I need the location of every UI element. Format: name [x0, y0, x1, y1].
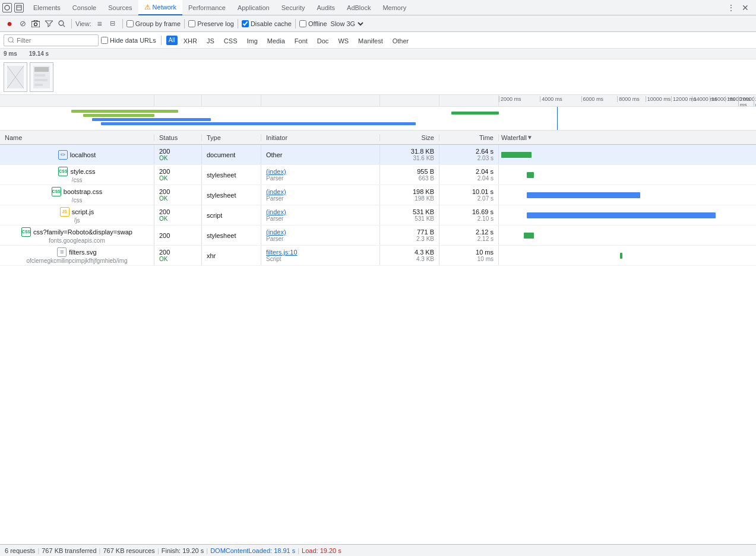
cell-name: <> localhost: [0, 145, 154, 164]
cell-type: document: [202, 145, 261, 164]
cell-waterfall: [499, 185, 756, 205]
tab-audits[interactable]: Audits: [311, 0, 341, 15]
table-row[interactable]: CSS css?family=Roboto&display=swap fonts…: [0, 225, 756, 246]
cell-time: 10 ms10 ms: [439, 246, 499, 265]
tab-network[interactable]: ⚠ Network: [138, 0, 182, 15]
waterfall-minimap: [0, 107, 756, 131]
offline-checkbox[interactable]: [299, 20, 306, 27]
record-button[interactable]: ●: [4, 18, 15, 30]
tab-elements[interactable]: Elements: [27, 0, 67, 15]
ruler-status-spacer: [154, 95, 202, 106]
preserve-log-checkbox[interactable]: [188, 20, 195, 27]
tab-application[interactable]: Application: [232, 0, 276, 15]
cell-type: stylesheet: [202, 225, 261, 245]
table-header: Name Status Type Initiator Size Time Wat…: [0, 131, 756, 145]
cell-time: 10.01 s2.07 s: [439, 185, 499, 205]
col-header-status[interactable]: Status: [154, 134, 202, 141]
minimap-dom-line: [557, 107, 558, 130]
filter-type-all[interactable]: All: [166, 36, 178, 45]
waterfall-bar: [501, 152, 532, 158]
cell-time: 2.64 s2.03 s: [439, 145, 499, 164]
row-type-icon: ☰: [57, 247, 67, 257]
tab-performance[interactable]: Performance: [182, 0, 232, 15]
table-row[interactable]: JS script.js /js 200OKscript(index)Parse…: [0, 205, 756, 225]
row-type-icon: JS: [60, 207, 69, 217]
list-view-button[interactable]: ≡: [94, 18, 106, 30]
tab-adblock[interactable]: AdBlock: [341, 0, 377, 15]
status-bar: 6 requests | 767 KB transferred | 767 KB…: [0, 544, 756, 556]
stop-button[interactable]: ⊘: [17, 18, 29, 30]
filter-type-xhr[interactable]: XHR: [180, 34, 201, 46]
cell-waterfall: [499, 246, 756, 265]
table-row[interactable]: CSS style.css /css 200OKstylesheet(index…: [0, 165, 756, 185]
toolbar-divider-5: [295, 19, 296, 28]
screenshot-button[interactable]: [30, 18, 42, 30]
devtools-menu-icon[interactable]: [2, 3, 12, 12]
preserve-log-label[interactable]: Preserve log: [188, 20, 234, 27]
filter-type-ws[interactable]: WS: [334, 34, 352, 46]
tick-2000: 2000 ms: [499, 96, 521, 102]
close-devtools-icon[interactable]: ✕: [739, 2, 751, 14]
disable-cache-label[interactable]: Disable cache: [242, 20, 292, 27]
tab-sources[interactable]: Sources: [102, 0, 138, 15]
cell-initiator: Other: [261, 145, 380, 164]
tab-security[interactable]: Security: [276, 0, 311, 15]
col-header-type[interactable]: Type: [202, 134, 261, 141]
group-by-frame-checkbox[interactable]: [126, 20, 134, 27]
filter-type-manifest[interactable]: Manifest: [355, 34, 387, 46]
filter-type-img[interactable]: Img: [243, 34, 261, 46]
search-button[interactable]: [56, 18, 68, 30]
ruler-time-spacer: [439, 95, 499, 106]
filter-button[interactable]: [43, 18, 55, 30]
col-header-size[interactable]: Size: [380, 134, 439, 141]
cell-size: 955 B663 B: [380, 165, 439, 185]
cell-status: 200: [154, 225, 202, 245]
cell-type: stylesheet: [202, 165, 261, 185]
waterfall-sort-icon: ▼: [527, 134, 533, 141]
hide-data-urls-checkbox[interactable]: [101, 37, 108, 44]
cell-initiator: (index)Parser: [261, 185, 380, 205]
more-options-icon[interactable]: ⋮: [725, 2, 737, 14]
hide-data-urls-group[interactable]: Hide data URLs: [101, 37, 156, 44]
row-type-icon: CSS: [52, 187, 61, 196]
filter-type-media[interactable]: Media: [264, 34, 289, 46]
col-header-name[interactable]: Name: [0, 134, 154, 141]
filter-type-other[interactable]: Other: [389, 34, 413, 46]
devtools-dock-icon[interactable]: [14, 3, 24, 12]
group-by-frame-label[interactable]: Group by frame: [126, 20, 181, 27]
filter-divider: [161, 36, 162, 45]
detail-view-button[interactable]: ⊟: [107, 18, 119, 30]
filter-search-icon: [8, 37, 14, 43]
minimap-bar-5: [101, 122, 416, 125]
col-header-initiator[interactable]: Initiator: [261, 134, 380, 141]
svg-point-5: [59, 21, 64, 26]
filter-type-doc[interactable]: Doc: [314, 34, 333, 46]
status-load: Load: 19.20 s: [302, 547, 341, 554]
ruler-size-spacer: [380, 95, 439, 106]
row-type-icon: <>: [58, 150, 68, 160]
svg-rect-16: [34, 84, 43, 86]
filmstrip-thumb-1[interactable]: [4, 62, 27, 92]
offline-label[interactable]: Offline: [299, 20, 327, 27]
cell-status: 200OK: [154, 205, 202, 225]
filter-input[interactable]: [17, 37, 88, 44]
table-row[interactable]: CSS bootstrap.css /css 200OKstylesheet(i…: [0, 185, 756, 205]
table-row[interactable]: <> localhost 200OKdocumentOther31.8 KB31…: [0, 145, 756, 165]
filter-type-font[interactable]: Font: [291, 34, 311, 46]
col-header-time[interactable]: Time: [439, 134, 499, 141]
table-row[interactable]: ☰ filters.svg ofclemegkcmilinpcimpjkfhjf…: [0, 246, 756, 266]
filter-type-css[interactable]: CSS: [220, 34, 241, 46]
tab-console[interactable]: Console: [67, 0, 102, 15]
svg-rect-3: [31, 21, 40, 27]
status-resources: 767 KB resources: [103, 547, 154, 554]
devtools-tab-bar: Elements Console Sources ⚠ Network Perfo…: [0, 0, 756, 15]
filmstrip-thumb-2[interactable]: [30, 62, 53, 92]
waterfall-bar: [527, 192, 640, 198]
speed-select[interactable]: Slow 3G Fast 3G Online: [328, 20, 365, 28]
status-dom-loaded: DOMContentLoaded: 18.91 s: [210, 547, 295, 554]
col-header-waterfall[interactable]: Waterfall ▼: [499, 134, 756, 141]
filter-type-js[interactable]: JS: [203, 34, 218, 46]
tab-memory[interactable]: Memory: [377, 0, 412, 15]
status-requests: 6 requests: [5, 547, 35, 554]
disable-cache-checkbox[interactable]: [242, 20, 249, 27]
